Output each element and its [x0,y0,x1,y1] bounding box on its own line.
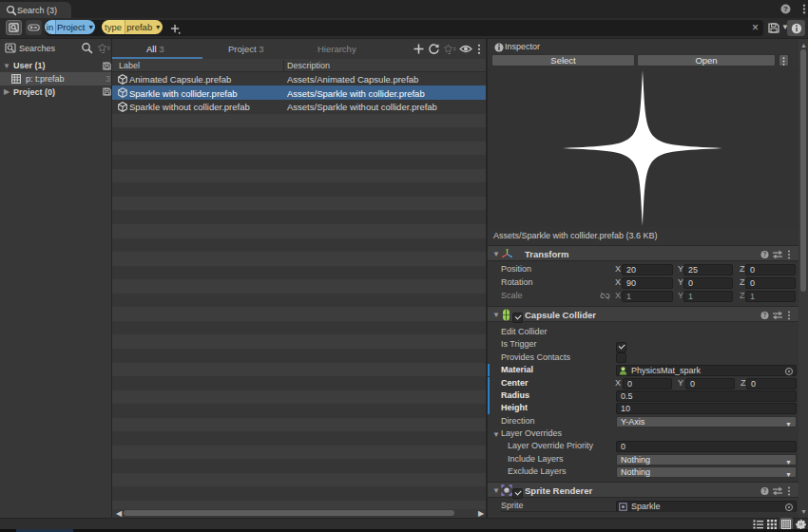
svg-text:?: ? [783,5,788,13]
